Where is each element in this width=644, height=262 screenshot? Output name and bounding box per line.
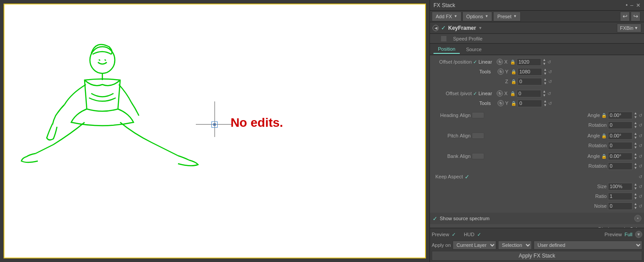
pitch-angle-reset[interactable]: ↺	[639, 133, 642, 138]
pitch-rotation-input[interactable]	[608, 142, 632, 149]
offset-pivot-y-reset[interactable]: ↺	[548, 101, 552, 106]
close-icon[interactable]: ✕	[636, 2, 640, 8]
offset-pos-z-reset[interactable]: ↺	[548, 79, 552, 84]
bank-rotation-input[interactable]	[608, 162, 632, 170]
full-dropdown-btn[interactable]: ▼	[635, 231, 642, 238]
bank-rotation-reset[interactable]: ↺	[639, 164, 642, 169]
header-icons: • – ✕	[626, 2, 640, 8]
offset-pos-z-arrows[interactable]: ▲ ▼	[543, 77, 547, 85]
offset-pivot-row-y: Tools ↻ Y 🔒 ▲ ▼ ↺	[430, 98, 644, 108]
hud-check[interactable]: ✓	[477, 232, 481, 238]
heading-rotation-input[interactable]	[608, 121, 632, 129]
fxbin-button[interactable]: FXBin ▼	[617, 24, 641, 32]
undo-button[interactable]: ↩	[620, 12, 630, 21]
spectrum-check-icon[interactable]: ✓	[433, 215, 437, 222]
heading-align-toggle[interactable]	[472, 112, 484, 118]
bank-angle-reset[interactable]: ↺	[639, 154, 642, 159]
preset-button[interactable]: Preset ▼	[493, 12, 521, 21]
pitch-angle-input[interactable]	[608, 132, 632, 140]
heading-angle-row: Heading Align Angle 🔒 ▲ ▼ ↺	[430, 110, 644, 120]
toolbar-row: Add FX ▼ Options ▼ Preset ▼ ↩ ↪	[430, 11, 644, 22]
bank-align-toggle[interactable]	[472, 153, 484, 159]
tab-source[interactable]: Source	[462, 45, 486, 53]
bank-align-label: Align	[460, 153, 470, 159]
spectrum-circle-btn[interactable]: •	[634, 215, 641, 222]
heading-angle-arrows[interactable]: ▲ ▼	[634, 111, 637, 119]
keyframer-check-icon[interactable]: ✓	[441, 24, 446, 31]
ratio-arrows[interactable]: ▲ ▼	[634, 192, 637, 200]
offset-pos-x-arrows[interactable]: ▲ ▼	[543, 58, 546, 66]
apply-fx-btn-row: Apply FX Stack	[432, 251, 642, 261]
pitch-rotation-arrows[interactable]: ▲ ▼	[634, 141, 637, 149]
heading-angle-reset[interactable]: ↺	[639, 113, 642, 118]
keep-aspect-check[interactable]: ✓	[465, 173, 470, 180]
figure-svg	[13, 27, 218, 173]
offset-pos-interp-x: Linear	[478, 59, 495, 64]
user-defined-select[interactable]: User defined	[534, 241, 642, 250]
offset-pivot-x-reset[interactable]: ↺	[547, 91, 551, 96]
offset-pivot-x-input[interactable]	[517, 90, 541, 97]
options-button[interactable]: Options ▼	[462, 12, 493, 21]
canvas-inner[interactable]: No edits.	[4, 4, 426, 258]
keep-aspect-row: Keep Aspect ✓ ↺	[430, 172, 644, 181]
offset-position-check[interactable]: ✓	[473, 59, 477, 65]
lock-icon-py: 🔒	[511, 69, 516, 74]
redo-button[interactable]: ↪	[631, 12, 640, 21]
ratio-input[interactable]	[608, 193, 632, 200]
heading-angle-input[interactable]	[608, 112, 632, 119]
offset-pos-x-input[interactable]	[517, 58, 541, 66]
current-layer-select[interactable]: Current Layer	[453, 241, 496, 250]
offset-pos-axis-y: Y	[505, 69, 510, 74]
offset-pos-y-input[interactable]	[518, 68, 542, 76]
bottom-row2: Apply on Current Layer Selection User de…	[432, 240, 642, 250]
pitch-align-label: Align	[460, 133, 470, 138]
offset-pos-cycle-x[interactable]: ↻	[497, 59, 503, 65]
bank-angle-arrows[interactable]: ▲ ▼	[634, 152, 637, 160]
offset-pos-cycle-y[interactable]: ↻	[498, 69, 504, 75]
tab-position[interactable]: Position	[433, 45, 460, 54]
noise-arrows[interactable]: ▲ ▼	[634, 202, 637, 210]
size-label: Size	[592, 184, 607, 189]
keyframer-expand-icon[interactable]: ◀	[433, 25, 439, 31]
size-arrows[interactable]: ▲ ▼	[634, 182, 637, 190]
offset-pivot-y-input[interactable]	[518, 100, 542, 107]
size-input[interactable]	[608, 183, 632, 190]
noise-reset[interactable]: ↺	[639, 204, 642, 209]
offset-pos-z-input[interactable]	[518, 78, 542, 85]
size-reset[interactable]: ↺	[639, 184, 642, 189]
dot-icon[interactable]: •	[626, 2, 628, 8]
bank-angle-input[interactable]	[608, 153, 632, 160]
tabs-row: Position Source	[430, 44, 644, 55]
heading-rotation-reset[interactable]: ↺	[639, 123, 642, 128]
offset-pivot-cycle-x[interactable]: ↻	[497, 90, 503, 97]
bank-section: Bank Align Angle 🔒 ▲ ▼ ↺ Rotation ▲	[430, 151, 644, 171]
keyframer-row: ◀ ✓ KeyFramer ▼ FXBin ▼	[430, 22, 644, 34]
preview-label: Preview	[432, 232, 449, 237]
noise-input[interactable]	[608, 202, 632, 210]
ratio-reset[interactable]: ↺	[639, 194, 642, 199]
pitch-rotation-reset[interactable]: ↺	[639, 143, 642, 148]
pitch-align-toggle[interactable]	[472, 133, 484, 139]
selection-select[interactable]: Selection	[498, 241, 532, 250]
offset-position-row-x: Offset /position ✓ Linear ↻ X 🔒 ▲ ▼ ↺	[430, 57, 644, 67]
lock-icon-pa: 🔒	[601, 133, 607, 138]
bank-rotation-arrows[interactable]: ▲ ▼	[634, 162, 637, 170]
offset-pivot-check[interactable]: ✓	[473, 91, 477, 97]
offset-pivot-y-arrows[interactable]: ▲ ▼	[543, 99, 547, 107]
offset-pivot-cycle-y[interactable]: ↻	[498, 100, 504, 106]
keep-aspect-label: Keep Aspect	[432, 174, 463, 179]
offset-pos-y-reset[interactable]: ↺	[548, 69, 552, 74]
offset-pos-x-reset[interactable]: ↺	[547, 60, 551, 64]
pitch-label: Pitch	[432, 133, 458, 138]
pitch-angle-arrows[interactable]: ▲ ▼	[634, 132, 637, 140]
apply-fx-stack-button[interactable]: Apply FX Stack	[432, 251, 642, 261]
offset-pos-interp-y: Tools	[479, 69, 496, 74]
offset-pos-y-arrows[interactable]: ▲ ▼	[543, 68, 547, 76]
heading-rotation-arrows[interactable]: ▲ ▼	[634, 121, 637, 129]
minimize-icon[interactable]: –	[630, 2, 633, 8]
keep-aspect-reset[interactable]: ↺	[639, 174, 642, 179]
speed-profile-row: Speed Profile	[430, 34, 644, 44]
preview-check[interactable]: ✓	[452, 232, 456, 238]
add-fx-button[interactable]: Add FX ▼	[432, 12, 462, 21]
offset-pivot-x-arrows[interactable]: ▲ ▼	[543, 89, 546, 97]
